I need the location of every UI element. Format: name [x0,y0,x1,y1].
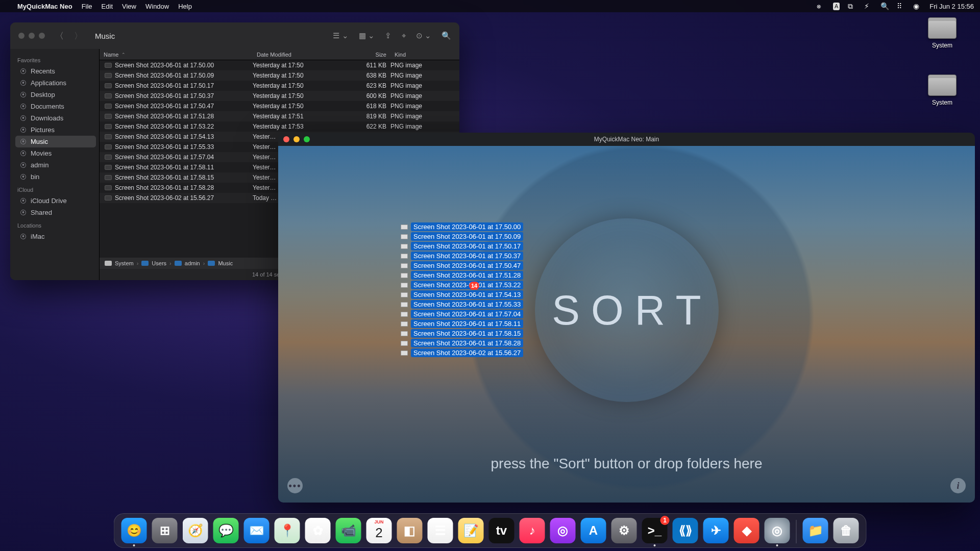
share-button[interactable]: ⇪ [385,31,391,40]
minimize-button[interactable] [29,33,35,39]
folder-icon [175,261,182,266]
forward-button[interactable]: 〉 [74,30,83,42]
sidebar-item-recents[interactable]: ⦿Recents [15,65,96,77]
sidebar-item-music[interactable]: ⦿Music [15,136,96,147]
table-row[interactable]: Screen Shot 2023-06-01 at 17.50.00Yester… [100,60,459,70]
path-segment[interactable]: admin [185,260,200,266]
more-button[interactable]: ••• [287,478,303,493]
column-size[interactable]: Size [342,52,390,58]
spotlight-icon[interactable]: 🔍 [880,2,889,10]
search-button[interactable]: 🔍 [442,31,451,40]
menu-view[interactable]: View [122,3,136,10]
sidebar-item-imac[interactable]: ⦿iMac [15,231,96,242]
table-row[interactable]: Screen Shot 2023-06-01 at 17.53.22Yester… [100,121,459,132]
drag-file-name: Screen Shot 2023-06-02 at 15.56.27 [411,348,523,357]
dock-app-calendar[interactable]: JUN2 [366,518,392,543]
dock-app-downloads[interactable]: 📁 [803,518,828,543]
sidebar-item-label: admin [31,161,48,169]
close-button[interactable] [18,33,24,39]
table-row[interactable]: Screen Shot 2023-06-01 at 17.50.09Yester… [100,70,459,81]
menu-window[interactable]: Window [145,3,169,10]
dock-app-myquickmac[interactable]: ◎ [765,518,790,543]
sidebar-item-label: iCloud Drive [31,197,67,205]
drag-file: Screen Shot 2023-06-01 at 17.50.47 [401,261,523,270]
table-row[interactable]: Screen Shot 2023-06-01 at 17.50.17Yester… [100,81,459,91]
file-icon [401,292,408,297]
column-kind[interactable]: Kind [390,52,459,58]
column-date[interactable]: Date Modified [253,52,342,58]
dock-app-maps[interactable]: 📍 [275,518,300,543]
menu-extra-icon[interactable]: ⎈ [817,2,825,10]
minimize-button[interactable] [293,136,300,142]
menu-file[interactable]: File [82,3,92,10]
sidebar-item-movies[interactable]: ⦿Movies [15,147,96,159]
back-button[interactable]: 〈 [55,30,64,42]
drop-area[interactable]: SORT press the "Sort" button or drop fol… [278,146,975,503]
path-segment[interactable]: System [115,260,134,266]
app-menu[interactable]: MyQuickMac Neo [17,3,72,10]
group-button[interactable]: ▦ ⌄ [359,31,375,40]
path-segment[interactable]: Music [218,260,233,266]
disk-icon [105,261,112,266]
dock-app-terminal[interactable]: >_1 [642,518,668,543]
dock-app-anydesk[interactable]: ◆ [734,518,760,543]
menubar-clock[interactable]: Fri Jun 2 15:56 [929,3,974,10]
view-mode-button[interactable]: ☰ ⌄ [333,31,348,40]
column-name[interactable]: Name⌃ [100,52,253,58]
menu-help[interactable]: Help [178,3,192,10]
desktop-drive[interactable]: System [924,74,961,106]
dock-app-photos[interactable]: ✿ [305,518,331,543]
sort-button[interactable]: SORT [535,218,719,402]
dock-app-contacts[interactable]: ◧ [397,518,423,543]
dock-app-mail[interactable]: ✉️ [244,518,270,543]
dock-app-trash[interactable]: 🗑 [834,518,859,543]
file-icon [105,83,112,88]
downloads-icon: 📁 [808,523,823,538]
dock-app-appstore[interactable]: A [581,518,606,543]
dock-app-safari[interactable]: 🧭 [183,518,208,543]
menu-edit[interactable]: Edit [102,3,113,10]
stage-manager-icon[interactable]: ⧉ [848,2,856,10]
table-row[interactable]: Screen Shot 2023-06-01 at 17.50.47Yester… [100,101,459,111]
sidebar-item-documents[interactable]: ⦿Documents [15,101,96,112]
dock-app-telegram[interactable]: ✈︎ [703,518,729,543]
sidebar-item-applications[interactable]: ⦿Applications [15,77,96,89]
sidebar-item-desktop[interactable]: ⦿Desktop [15,89,96,101]
dock-app-reminders[interactable]: ☰ [428,518,453,543]
battery-icon[interactable]: ⚡︎ [864,2,872,10]
dock-app-launchpad[interactable]: ⊞ [152,518,178,543]
input-source-icon[interactable]: A [833,3,840,10]
table-row[interactable]: Screen Shot 2023-06-01 at 17.51.28Yester… [100,111,459,121]
dock-app-tv[interactable]: tv [489,518,514,543]
sidebar-item-bin[interactable]: ⦿bin [15,171,96,183]
path-segment[interactable]: Users [152,260,166,266]
actions-button[interactable]: ⊙ ⌄ [416,31,431,40]
sidebar-item-downloads[interactable]: ⦿Downloads [15,112,96,124]
dock-app-vscode[interactable]: ⟪⟫ [673,518,698,543]
sidebar-item-icon: ⦿ [19,161,27,169]
table-row[interactable]: Screen Shot 2023-06-01 at 17.50.37Yester… [100,91,459,101]
dock-app-facetime[interactable]: 📹 [336,518,361,543]
sidebar-item-icloud-drive[interactable]: ⦿iCloud Drive [15,195,96,207]
control-center-icon[interactable]: ⠿ [897,2,905,10]
dock-app-notes[interactable]: 📝 [458,518,484,543]
close-button[interactable] [283,136,289,142]
zoom-button[interactable] [304,136,310,142]
dock-app-music[interactable]: ♪ [520,518,545,543]
dock-app-finder[interactable]: 😊 [121,518,147,543]
sidebar-item-shared[interactable]: ⦿Shared [15,207,96,218]
dock-app-messages[interactable]: 💬 [213,518,239,543]
dock-app-settings[interactable]: ⚙︎ [611,518,637,543]
zoom-button[interactable] [39,33,45,39]
path-separator-icon: › [169,260,172,266]
tags-button[interactable]: ⌖ [402,31,406,40]
file-icon [401,273,408,278]
desktop-drive[interactable]: System [924,17,961,49]
dock-app-podcasts[interactable]: ◎ [550,518,576,543]
drag-file: Screen Shot 2023-06-02 at 15.56.27 [401,348,523,357]
siri-icon[interactable]: ◉ [913,2,921,10]
sidebar-item-pictures[interactable]: ⦿Pictures [15,124,96,136]
sidebar-item-admin[interactable]: ⦿admin [15,159,96,171]
drag-file-name: Screen Shot 2023-06-01 at 17.51.28 [411,271,523,280]
info-button[interactable]: i [950,478,966,493]
